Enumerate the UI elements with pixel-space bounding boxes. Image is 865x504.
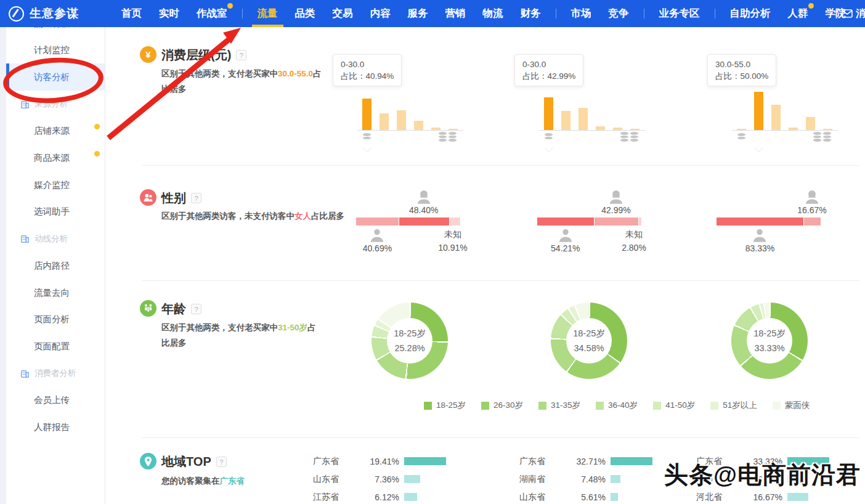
nav-tab-品类[interactable]: 品类 [295, 0, 315, 27]
gender-title-text: 性别 [161, 190, 186, 206]
gender-segment [356, 217, 399, 226]
legend-swatch [596, 402, 604, 410]
nav-message[interactable]: 消息 [842, 0, 865, 27]
nav-tab-物流[interactable]: 物流 [483, 0, 503, 27]
legend-label: 蒙面侠 [785, 400, 810, 411]
bar-group [362, 91, 458, 130]
nav-tab-作战室[interactable]: 作战室 [197, 0, 227, 27]
legend-label: 31-35岁 [551, 400, 580, 411]
building-icon [20, 369, 30, 378]
chart-tooltip: 0-30.0占比：42.99% [514, 54, 583, 86]
male-percent: 54.21% [551, 243, 580, 253]
nav-tab-业务专区[interactable]: 业务专区 [659, 0, 700, 27]
sidebar-label: 人群报告 [34, 421, 70, 433]
legend-item: 26-30岁 [481, 400, 523, 411]
region-column: 广东省32.71%湖南省7.48%山东省5.61% [519, 455, 652, 504]
nav-divider [644, 9, 644, 18]
left-gutter [0, 27, 6, 504]
sidebar-item-选词助手[interactable]: 选词助手 [6, 198, 105, 226]
top-nav: 生意参谋 首页实时作战室流量品类交易内容服务营销物流财务市场竞争业务专区自助分析… [0, 0, 865, 27]
region-bar [611, 457, 652, 465]
sidebar-item-访客分析[interactable]: 访客分析 [6, 63, 105, 91]
nav-tab-人群[interactable]: 人群 [788, 0, 808, 27]
gender-segment [537, 217, 594, 226]
sidebar-item-页面配置[interactable]: 页面配置 [6, 333, 105, 360]
help-icon[interactable]: ? [191, 304, 201, 314]
female-icon [804, 190, 820, 205]
bar [362, 99, 372, 130]
legend-label: 41-50岁 [665, 400, 695, 411]
consumption-desc: 区别于其他两类，支付老买家中30.0-55.0占比居多 [161, 66, 323, 97]
sidebar-label: 页面配置 [34, 341, 70, 352]
region-percent: 5.61% [566, 492, 606, 502]
nav-tab-服务[interactable]: 服务 [408, 0, 428, 27]
nav-tab-流量[interactable]: 流量 [258, 0, 278, 27]
sidebar-label: 会员上传 [34, 394, 70, 406]
sidebar-item-流量去向[interactable]: 流量去向 [6, 279, 105, 306]
bar [544, 97, 553, 130]
nav-menu: 首页实时作战室流量品类交易内容服务营销物流财务市场竞争业务专区自助分析人群学院 [113, 0, 855, 27]
gender-segment [638, 217, 641, 226]
region-name: 江苏省 [313, 492, 351, 503]
age-donut-chart: 18-25岁25.28% [372, 303, 448, 379]
sidebar-label: 消费者分析 [35, 368, 76, 379]
sidebar-item-页面分析[interactable]: 页面分析 [6, 306, 105, 333]
section-divider [142, 165, 859, 166]
gender-chart: 16.67%83.33% [717, 185, 821, 254]
gender-chart: 42.99%54.21%未知2.80% [537, 185, 641, 254]
sidebar-item-店内路径[interactable]: 店内路径 [6, 252, 105, 279]
help-icon[interactable]: ? [236, 50, 246, 60]
nav-tab-首页[interactable]: 首页 [121, 0, 142, 27]
axis-baseline [732, 130, 838, 131]
region-row: 山东省5.61% [519, 491, 652, 503]
region-name: 广东省 [519, 456, 558, 467]
region-bar [787, 493, 808, 501]
region-bar [404, 457, 446, 465]
region-percent: 7.48% [566, 474, 606, 484]
legend-swatch [424, 402, 432, 410]
sidebar-label: 商品来源 [34, 152, 70, 164]
region-column: 广东省33.33%湖南省16.67%河北省16.67% [696, 455, 829, 504]
sidebar-item-商品来源[interactable]: 商品来源 [6, 145, 105, 172]
bar [414, 121, 423, 130]
nav-tab-财务[interactable]: 财务 [521, 0, 541, 27]
region-name: 湖南省 [519, 474, 558, 485]
help-icon[interactable]: ? [216, 457, 227, 467]
tooltip-share: 占比：40.94% [341, 70, 394, 82]
nav-tab-交易[interactable]: 交易 [333, 0, 353, 27]
help-icon[interactable]: ? [191, 193, 201, 203]
legend-swatch [653, 402, 661, 410]
nav-tab-市场[interactable]: 市场 [571, 0, 591, 27]
nav-tab-营销[interactable]: 营销 [445, 0, 466, 27]
sidebar-label: 店内路径 [34, 260, 70, 272]
nav-tab-竞争[interactable]: 竞争 [609, 0, 629, 27]
nav-tab-实时[interactable]: 实时 [159, 0, 179, 27]
gender-bar [537, 217, 641, 226]
female-percent: 16.67% [797, 205, 826, 215]
region-title-text: 地域TOP [161, 453, 211, 470]
tooltip-range: 30.0-55.0 [715, 59, 768, 70]
nav-tab-内容[interactable]: 内容 [370, 0, 391, 27]
page: 生意参谋 首页实时作战室流量品类交易内容服务营销物流财务市场竞争业务专区自助分析… [0, 0, 865, 504]
desc-highlight: 广东省 [220, 476, 245, 486]
region-percent: 32.71% [566, 457, 606, 466]
gender-segment [594, 217, 639, 226]
coins-icon [813, 132, 831, 142]
nav-tab-自助分析[interactable]: 自助分析 [730, 0, 771, 27]
region-name: 广东省 [696, 456, 734, 467]
male-icon [752, 228, 768, 243]
sidebar-item-店铺来源[interactable]: 店铺来源 [6, 118, 105, 145]
region-row: 湖南省16.67% [696, 473, 829, 485]
app-title: 生意参谋 [30, 6, 79, 22]
sidebar-label: 访客分析 [34, 71, 70, 83]
sidebar-item-媒介监控[interactable]: 媒介监控 [6, 171, 105, 198]
desc-text: 区别于其他两类访客，未支付访客中 [161, 211, 294, 221]
desc-text: 区别于其他两类，支付老买家中 [161, 69, 278, 78]
bar [579, 108, 588, 130]
age-donut-chart: 18-25岁34.58% [551, 303, 627, 379]
sidebar-item-人群报告[interactable]: 人群报告 [6, 414, 105, 441]
region-percent: 16.67% [743, 474, 782, 484]
sidebar-item-计划监控[interactable]: 计划监控 [6, 37, 105, 64]
axis-baseline [357, 130, 463, 131]
sidebar-item-会员上传[interactable]: 会员上传 [6, 387, 105, 414]
